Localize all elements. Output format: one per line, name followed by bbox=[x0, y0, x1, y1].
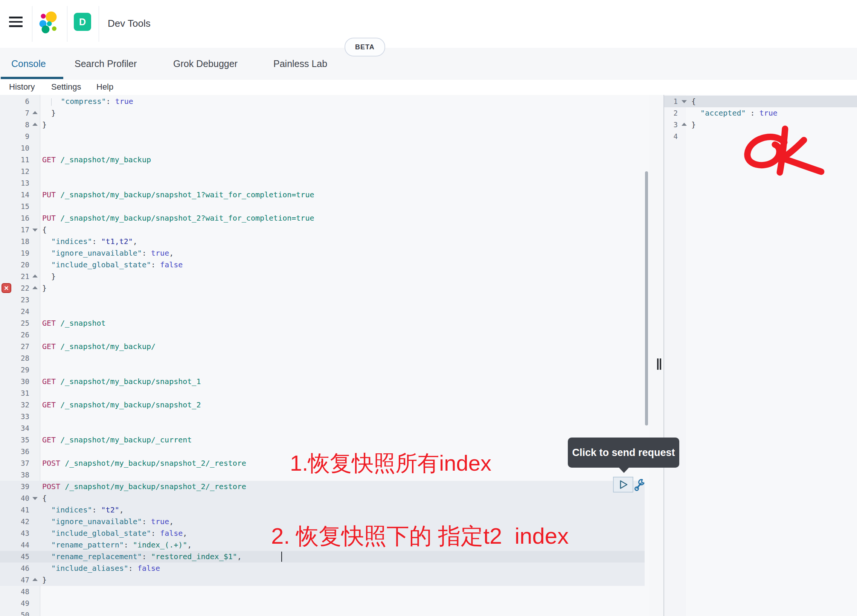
request-code-line[interactable]: 50 bbox=[0, 609, 649, 616]
line-number: 24 bbox=[0, 306, 29, 317]
line-number: 41 bbox=[0, 504, 29, 516]
request-code-line[interactable]: 22✕} bbox=[0, 282, 649, 294]
request-code-line[interactable]: 35GET /_snapshot/my_backup/_current bbox=[0, 434, 649, 446]
header-divider bbox=[32, 6, 32, 42]
line-number: 30 bbox=[0, 376, 29, 387]
line-number: 40 bbox=[0, 492, 29, 504]
wrench-icon bbox=[633, 478, 645, 492]
space-badge[interactable]: D bbox=[74, 13, 91, 31]
line-number: 45 bbox=[0, 551, 29, 563]
request-code-line[interactable]: 16PUT /_snapshot/my_backup/snapshot_2?wa… bbox=[0, 212, 649, 224]
request-code-line[interactable]: 27GET /_snapshot/my_backup/ bbox=[0, 341, 649, 353]
line-number: 38 bbox=[0, 469, 29, 481]
request-code-line[interactable]: 47} bbox=[0, 574, 649, 586]
request-code-line[interactable]: 10 bbox=[0, 142, 649, 154]
line-number: 33 bbox=[0, 411, 29, 423]
page-title: Dev Tools bbox=[108, 18, 151, 29]
request-code-line[interactable]: 46 "include_aliases": false bbox=[0, 563, 649, 574]
request-code-line[interactable]: 49 bbox=[0, 597, 649, 609]
code-text: } bbox=[42, 271, 56, 282]
fold-up-icon[interactable] bbox=[32, 286, 38, 289]
pane-resize-handle[interactable] bbox=[656, 359, 662, 370]
tab-search-profiler[interactable]: Search Profiler bbox=[74, 48, 137, 80]
editor-scrollbar-thumb[interactable] bbox=[645, 171, 648, 426]
request-code-line[interactable]: 25GET /_snapshot bbox=[0, 317, 649, 329]
request-code-line[interactable]: 45 "rename_replacement": "restored_index… bbox=[0, 551, 649, 563]
request-code-line[interactable]: 31 bbox=[0, 387, 649, 399]
app-header: D Dev Tools bbox=[0, 0, 857, 48]
elastic-logo[interactable] bbox=[39, 11, 59, 34]
line-number: 13 bbox=[0, 177, 29, 189]
request-code-line[interactable]: 30GET /_snapshot/my_backup/snapshot_1 bbox=[0, 376, 649, 387]
request-code-line[interactable]: 33 bbox=[0, 411, 649, 423]
request-code-line[interactable]: 13 bbox=[0, 177, 649, 189]
line-number: 29 bbox=[0, 364, 29, 376]
fold-up-icon[interactable] bbox=[32, 111, 38, 114]
request-code-line[interactable]: 32GET /_snapshot/my_backup/snapshot_2 bbox=[0, 399, 649, 411]
menu-settings[interactable]: Settings bbox=[51, 82, 81, 92]
beta-badge: BETA bbox=[345, 38, 385, 56]
fold-up-icon[interactable] bbox=[32, 274, 38, 277]
code-text: } bbox=[42, 107, 56, 119]
request-code-line[interactable]: 41 "indices": "t2", bbox=[0, 504, 649, 516]
line-number: 31 bbox=[0, 387, 29, 399]
tab-grok-debugger[interactable]: Grok Debugger bbox=[173, 48, 238, 80]
fold-up-icon[interactable] bbox=[32, 123, 38, 126]
request-code-line[interactable]: 23 bbox=[0, 294, 649, 306]
line-number: 23 bbox=[0, 294, 29, 306]
line-number: 1 bbox=[664, 96, 678, 107]
line-number: 8 bbox=[0, 119, 29, 131]
request-code-line[interactable]: 19 "ignore_unavailable": true, bbox=[0, 248, 649, 259]
line-number: 15 bbox=[0, 201, 29, 212]
request-code-line[interactable]: 24 bbox=[0, 306, 649, 317]
request-code-line[interactable]: 39POST /_snapshot/my_backup/snapshot_2/_… bbox=[0, 481, 649, 492]
code-text: GET /_snapshot/my_backup/snapshot_2 bbox=[42, 399, 201, 411]
menu-hamburger-icon[interactable] bbox=[9, 17, 23, 28]
code-text: POST /_snapshot/my_backup/snapshot_2/_re… bbox=[42, 458, 246, 469]
request-code-line[interactable]: 18 "indices": "t1,t2", bbox=[0, 236, 649, 248]
menu-history[interactable]: History bbox=[9, 82, 35, 92]
line-number: 17 bbox=[0, 224, 29, 236]
request-options-button[interactable] bbox=[633, 478, 645, 492]
line-number: 3 bbox=[664, 119, 678, 131]
request-code-line[interactable]: 11GET /_snapshot/my_backup bbox=[0, 154, 649, 166]
request-code-line[interactable]: 17{ bbox=[0, 224, 649, 236]
request-code-line[interactable]: 29 bbox=[0, 364, 649, 376]
request-code-line[interactable]: 28 bbox=[0, 353, 649, 364]
request-code-line[interactable]: 34 bbox=[0, 423, 649, 434]
request-code-line[interactable]: 9 bbox=[0, 131, 649, 142]
request-code-line[interactable]: 21 } bbox=[0, 271, 649, 282]
tab-painless-lab[interactable]: Painless Lab bbox=[273, 48, 327, 80]
code-text: GET /_snapshot/my_backup bbox=[42, 154, 151, 166]
request-code-line[interactable]: 12 bbox=[0, 166, 649, 177]
tab-console[interactable]: Console bbox=[11, 48, 46, 80]
fold-up-icon[interactable] bbox=[682, 123, 687, 126]
line-number: 9 bbox=[0, 131, 29, 142]
request-code-line[interactable]: 14PUT /_snapshot/my_backup/snapshot_1?wa… bbox=[0, 189, 649, 201]
fold-up-icon[interactable] bbox=[32, 578, 38, 581]
line-number: 49 bbox=[0, 597, 29, 609]
error-marker-icon: ✕ bbox=[2, 283, 11, 293]
send-request-button[interactable] bbox=[613, 477, 633, 492]
line-number: 19 bbox=[0, 248, 29, 259]
selected-request-highlight bbox=[0, 574, 645, 586]
line-number: 36 bbox=[0, 446, 29, 458]
console-menubar: History Settings Help bbox=[0, 80, 857, 95]
request-code-line[interactable]: 6 "compress": true bbox=[0, 96, 649, 107]
request-code-line[interactable]: 8} bbox=[0, 119, 649, 131]
menu-help[interactable]: Help bbox=[96, 82, 113, 92]
line-number: 44 bbox=[0, 539, 29, 551]
request-code-line[interactable]: 26 bbox=[0, 329, 649, 341]
request-code-line[interactable]: 15 bbox=[0, 201, 649, 212]
fold-down-icon[interactable] bbox=[682, 100, 687, 103]
line-number: 7 bbox=[0, 107, 29, 119]
fold-down-icon[interactable] bbox=[32, 497, 38, 500]
line-number: 10 bbox=[0, 142, 29, 154]
fold-down-icon[interactable] bbox=[32, 229, 38, 232]
request-code-line[interactable]: 20 "include_global_state": false bbox=[0, 259, 649, 271]
request-code-line[interactable]: 7 } bbox=[0, 107, 649, 119]
response-viewer-gutter bbox=[664, 95, 686, 616]
code-text: "compress": true bbox=[42, 96, 133, 107]
request-code-line[interactable]: 40{ bbox=[0, 492, 649, 504]
request-code-line[interactable]: 48 bbox=[0, 586, 649, 597]
